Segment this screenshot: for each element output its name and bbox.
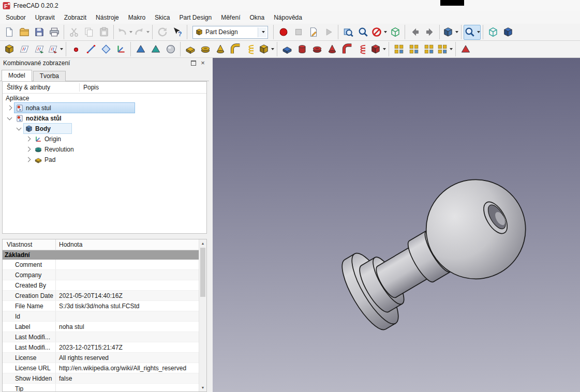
scroll-up-button[interactable]: ▲ (199, 239, 206, 247)
subtractive-primitive-button[interactable] (369, 42, 386, 57)
workbench-selector[interactable]: Part Design (192, 26, 268, 39)
whats-this-button[interactable]: ? (170, 25, 185, 40)
menu-napoveda[interactable]: Nápověda (269, 12, 307, 23)
property-value[interactable]: false (56, 373, 199, 383)
expand-toggle-icon[interactable] (7, 105, 12, 111)
macro-execute-button[interactable] (321, 25, 336, 40)
nav-forward-button[interactable] (422, 25, 437, 40)
menu-upravit[interactable]: Upravit (31, 12, 60, 23)
paste-button[interactable] (96, 25, 111, 40)
collapse-toggle-icon[interactable] (17, 125, 22, 130)
undo-button[interactable] (116, 25, 133, 40)
tree-root-application[interactable]: Aplikace (3, 94, 206, 103)
menu-skica[interactable]: Skica (150, 12, 174, 23)
open-file-button[interactable] (17, 25, 32, 40)
property-label[interactable]: Labelnoha stul (3, 322, 199, 332)
map-sketch-button[interactable] (32, 42, 47, 57)
attach-sketch-button[interactable] (47, 42, 64, 57)
property-file-name[interactable]: File NameS:/3d tisk/3d/noha stul.FCStd (3, 301, 199, 311)
polar-pattern-button[interactable] (421, 42, 436, 57)
expand-toggle-icon[interactable] (26, 137, 31, 142)
additive-helix-button[interactable] (243, 42, 258, 57)
property-value[interactable]: S:/3d tisk/3d/noha stul.FCStd (56, 301, 199, 311)
linear-pattern-button[interactable] (406, 42, 421, 57)
orthographic-view-button[interactable] (500, 25, 515, 40)
dropdown-arrow-icon[interactable] (384, 31, 387, 33)
view-rotate-button[interactable] (442, 25, 459, 40)
menu-makro[interactable]: Makro (124, 12, 150, 23)
tree-item-nozicka-stul[interactable]: nožička stůl (3, 113, 206, 124)
menu-soubor[interactable]: Soubor (1, 12, 31, 23)
clone-button[interactable] (163, 42, 178, 57)
fillet-button[interactable] (458, 42, 473, 57)
tree-item-revolution[interactable]: Revolution (3, 144, 206, 155)
property-value[interactable]: 2023-12-02T15:21:47Z (56, 342, 199, 352)
dropdown-arrow-icon[interactable] (146, 31, 150, 33)
close-panel-button[interactable]: × (199, 59, 207, 67)
subtractive-pipe-button[interactable] (339, 42, 354, 57)
property-last-modifi[interactable]: Last Modifi...2023-12-02T15:21:47Z (3, 342, 199, 353)
dropdown-arrow-icon[interactable] (450, 48, 453, 50)
property-value[interactable]: All rights reserved (56, 353, 199, 363)
additive-primitive-button[interactable] (258, 42, 275, 57)
menu-mereni[interactable]: Měření (216, 12, 245, 23)
property-value[interactable] (56, 332, 199, 342)
pocket-button[interactable] (279, 42, 294, 57)
cut-button[interactable] (66, 25, 81, 40)
prop-group-basic[interactable]: Základní (3, 250, 199, 260)
print-button[interactable] (47, 25, 62, 40)
save-file-button[interactable] (32, 25, 47, 40)
panel-splitter[interactable] (0, 234, 209, 239)
menu-part-design[interactable]: Part Design (174, 12, 216, 23)
property-show-hidden[interactable]: Show Hiddenfalse (3, 373, 199, 384)
dropdown-arrow-icon[interactable] (477, 31, 480, 33)
create-sketch-button[interactable] (17, 42, 32, 57)
datum-plane-button[interactable] (98, 42, 113, 57)
multi-transform-button[interactable] (436, 42, 453, 57)
tree-item-noha-stul[interactable]: noha stul (3, 103, 206, 113)
sub-shape-binder-button[interactable] (148, 42, 163, 57)
dock-splitter[interactable] (209, 58, 213, 392)
dropdown-arrow-icon[interactable] (383, 48, 386, 50)
bounding-box-button[interactable] (388, 25, 403, 40)
draw-style-button[interactable] (370, 25, 388, 40)
property-tip[interactable]: Tip (3, 384, 199, 392)
additive-loft-button[interactable] (213, 42, 228, 57)
pad-button[interactable] (183, 42, 198, 57)
macro-edit-button[interactable] (306, 25, 321, 40)
subtractive-loft-button[interactable] (324, 42, 339, 57)
redo-button[interactable] (133, 25, 150, 40)
property-id[interactable]: Id (3, 311, 199, 322)
subtractive-helix-button[interactable] (354, 42, 369, 57)
combo-dropdown-arrow[interactable] (258, 27, 266, 37)
zoom-region-button[interactable] (464, 25, 481, 40)
copy-button[interactable] (81, 25, 96, 40)
shape-binder-button[interactable] (133, 42, 148, 57)
fit-all-button[interactable] (340, 25, 355, 40)
tree-item-body[interactable]: Body (3, 124, 206, 134)
hole-button[interactable] (294, 42, 309, 57)
dropdown-arrow-icon[interactable] (60, 48, 63, 50)
nav-back-button[interactable] (407, 25, 422, 40)
property-comment[interactable]: Comment (3, 260, 199, 270)
property-license[interactable]: LicenseAll rights reserved (3, 353, 199, 363)
revolution-button[interactable] (198, 42, 213, 57)
dropdown-arrow-icon[interactable] (455, 31, 458, 33)
new-file-button[interactable] (2, 25, 17, 40)
float-panel-button[interactable] (189, 59, 198, 67)
datum-line-button[interactable] (83, 42, 98, 57)
refresh-button[interactable] (155, 25, 170, 40)
groove-button[interactable] (309, 42, 324, 57)
create-body-button[interactable] (2, 42, 17, 57)
expand-toggle-icon[interactable] (26, 147, 31, 152)
tree-item-pad[interactable]: Pad (3, 155, 206, 165)
scrollbar-thumb[interactable] (200, 248, 205, 297)
property-value[interactable] (56, 260, 199, 269)
expand-toggle-icon[interactable] (26, 157, 31, 162)
property-license-url[interactable]: License URLhttp://en.wikipedia.org/wiki/… (3, 363, 199, 373)
datum-point-button[interactable] (68, 42, 83, 57)
property-creation-date[interactable]: Creation Date2021-05-20T14:40:16Z (3, 291, 199, 301)
axonometric-view-button[interactable] (485, 25, 500, 40)
property-value[interactable]: 2021-05-20T14:40:16Z (56, 291, 199, 300)
tab-model[interactable]: Model (2, 70, 32, 81)
